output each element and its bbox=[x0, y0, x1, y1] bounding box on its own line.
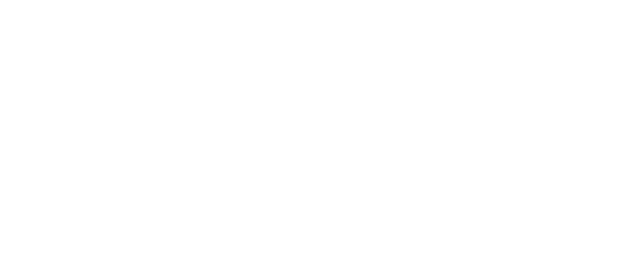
tree-diagram bbox=[0, 0, 644, 254]
connectors-svg bbox=[0, 0, 644, 254]
